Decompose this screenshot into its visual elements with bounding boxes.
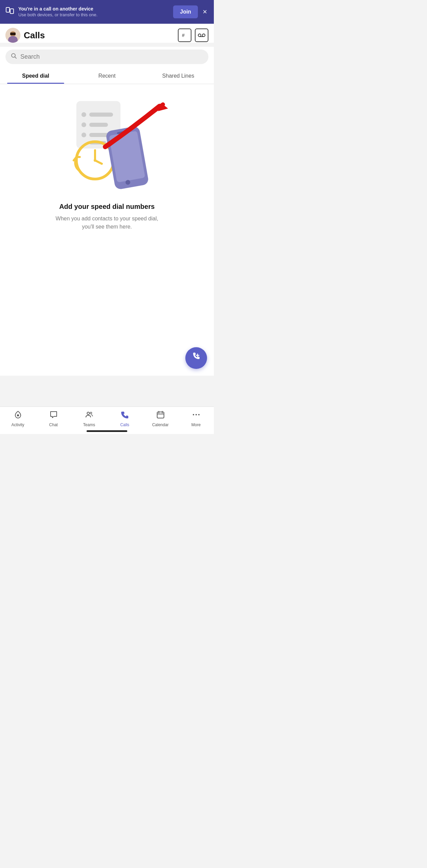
- chat-icon: [49, 410, 58, 421]
- teams-label: Teams: [83, 422, 95, 427]
- search-container: [0, 47, 214, 68]
- svg-point-38: [193, 414, 194, 415]
- svg-rect-0: [6, 7, 10, 12]
- search-input[interactable]: [20, 53, 203, 60]
- svg-point-13: [81, 112, 86, 117]
- avatar[interactable]: [5, 28, 20, 43]
- illustration: [59, 98, 154, 193]
- more-label: More: [191, 422, 201, 427]
- calendar-label: Calendar: [152, 422, 169, 427]
- svg-rect-14: [89, 113, 113, 117]
- svg-text:#: #: [182, 33, 185, 38]
- nav-calendar[interactable]: Calendar: [143, 410, 178, 427]
- svg-point-32: [87, 412, 89, 415]
- teams-icon: [85, 410, 94, 421]
- add-call-fab[interactable]: [185, 347, 207, 369]
- bottom-nav: Activity Chat Teams Calls: [0, 407, 214, 434]
- dialpad-button[interactable]: #: [178, 28, 191, 42]
- close-banner-button[interactable]: ×: [201, 6, 208, 18]
- header: Calls #: [0, 24, 214, 43]
- chat-label: Chat: [49, 422, 58, 427]
- add-call-icon: [191, 352, 201, 364]
- svg-point-15: [81, 122, 86, 127]
- notification-banner: You're in a call on another device Use b…: [0, 0, 214, 24]
- svg-point-40: [198, 414, 200, 415]
- svg-point-31: [17, 414, 19, 416]
- nav-chat[interactable]: Chat: [36, 410, 71, 427]
- main-content: Add your speed dial numbers When you add…: [0, 84, 214, 376]
- empty-state-title: Add your speed dial numbers: [59, 203, 154, 211]
- voicemail-button[interactable]: [195, 28, 208, 42]
- svg-point-7: [198, 34, 201, 37]
- tab-recent[interactable]: Recent: [71, 68, 143, 84]
- empty-state-subtitle: When you add contacts to your speed dial…: [53, 215, 161, 231]
- banner-title: You're in a call on another device: [18, 6, 170, 12]
- svg-point-8: [202, 34, 205, 37]
- svg-rect-34: [157, 412, 164, 418]
- calls-icon: [120, 410, 129, 421]
- nav-calls[interactable]: Calls: [107, 410, 143, 427]
- nav-more[interactable]: More: [178, 410, 214, 427]
- nav-teams[interactable]: Teams: [71, 410, 107, 427]
- svg-point-33: [90, 412, 92, 414]
- activity-icon: [14, 410, 22, 421]
- activity-label: Activity: [11, 422, 24, 427]
- svg-rect-1: [10, 9, 14, 14]
- page-title: Calls: [24, 30, 45, 41]
- banner-subtitle: Use both devices, or transfer to this on…: [18, 12, 170, 18]
- nav-activity[interactable]: Activity: [0, 410, 36, 427]
- svg-line-23: [95, 160, 102, 164]
- calendar-icon: [156, 410, 165, 421]
- join-button[interactable]: Join: [173, 5, 198, 18]
- search-bar[interactable]: [5, 50, 208, 64]
- search-icon: [11, 53, 17, 61]
- device-icon: [5, 6, 15, 18]
- svg-point-17: [81, 133, 86, 137]
- svg-rect-16: [89, 123, 108, 127]
- tab-speed-dial[interactable]: Speed dial: [0, 68, 71, 84]
- more-icon: [192, 410, 201, 421]
- tab-shared-lines[interactable]: Shared Lines: [143, 68, 214, 84]
- svg-point-39: [196, 414, 197, 415]
- calls-label: Calls: [120, 422, 129, 427]
- tabs: Speed dial Recent Shared Lines: [0, 68, 214, 84]
- home-indicator: [87, 430, 127, 432]
- svg-marker-30: [158, 104, 168, 111]
- banner-text: You're in a call on another device Use b…: [18, 6, 170, 18]
- svg-rect-5: [10, 33, 16, 35]
- svg-line-11: [15, 57, 17, 59]
